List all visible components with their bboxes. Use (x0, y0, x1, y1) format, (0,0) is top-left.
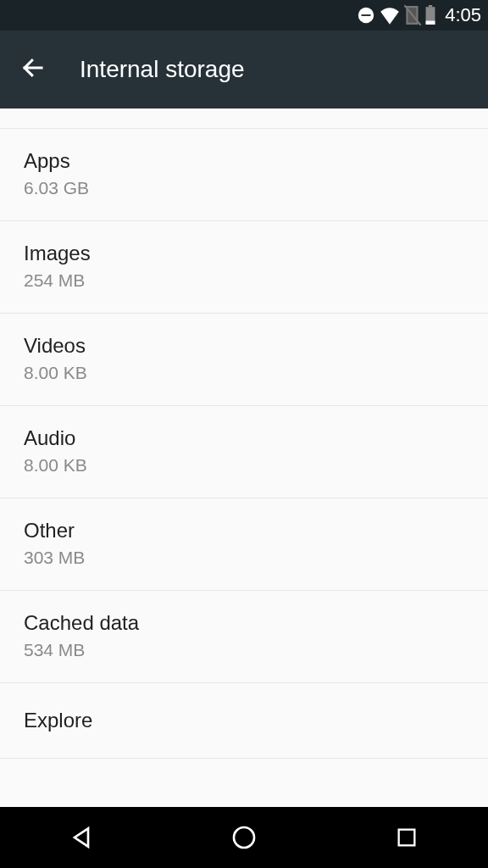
do-not-disturb-icon (357, 6, 375, 25)
storage-item-cached-data[interactable]: Cached data 534 MB (0, 591, 488, 683)
item-subtitle: 6.03 GB (24, 178, 464, 198)
item-title: Cached data (24, 611, 464, 635)
list-spacer (0, 108, 488, 129)
item-title: Explore (24, 709, 464, 732)
item-title: Apps (24, 149, 464, 173)
item-subtitle: 534 MB (24, 640, 464, 660)
back-button[interactable] (20, 55, 46, 84)
no-sim-icon (404, 5, 421, 25)
item-title: Videos (24, 334, 464, 358)
storage-list: Apps 6.03 GB Images 254 MB Videos 8.00 K… (0, 108, 488, 807)
item-subtitle: 8.00 KB (24, 363, 464, 383)
svg-point-5 (234, 827, 254, 848)
svg-rect-1 (362, 14, 371, 16)
item-subtitle: 8.00 KB (24, 455, 464, 476)
storage-item-other[interactable]: Other 303 MB (0, 498, 488, 591)
page-title: Internal storage (80, 56, 245, 83)
wifi-icon (379, 6, 401, 25)
storage-item-images[interactable]: Images 254 MB (0, 221, 488, 314)
svg-rect-4 (426, 21, 435, 25)
storage-item-apps[interactable]: Apps 6.03 GB (0, 129, 488, 221)
battery-icon (424, 5, 436, 25)
nav-back-button[interactable] (30, 807, 132, 868)
app-bar: Internal storage (0, 31, 488, 108)
status-time: 4:05 (445, 4, 481, 26)
item-title: Images (24, 242, 464, 265)
item-subtitle: 254 MB (24, 270, 464, 291)
storage-item-audio[interactable]: Audio 8.00 KB (0, 406, 488, 498)
status-bar: 4:05 (0, 0, 488, 31)
item-title: Audio (24, 426, 464, 450)
nav-home-button[interactable] (193, 807, 295, 868)
svg-rect-2 (429, 5, 432, 7)
storage-item-explore[interactable]: Explore (0, 683, 488, 759)
svg-rect-6 (399, 830, 415, 846)
storage-item-videos[interactable]: Videos 8.00 KB (0, 314, 488, 406)
item-subtitle: 303 MB (24, 548, 464, 568)
nav-recent-button[interactable] (356, 807, 458, 868)
item-title: Other (24, 519, 464, 542)
navigation-bar (0, 807, 488, 868)
